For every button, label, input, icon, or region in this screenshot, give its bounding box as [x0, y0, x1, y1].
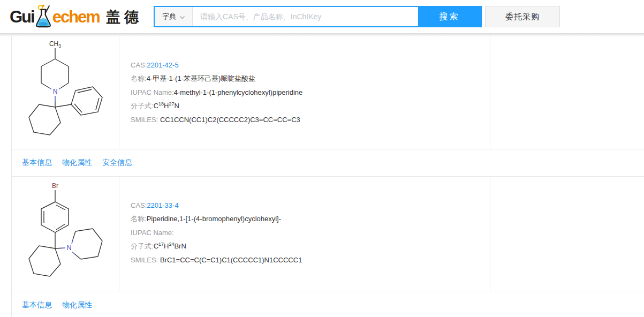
- iupac-line: IUPAC Name:: [131, 226, 490, 239]
- structure-image-link[interactable]: CH3 N: [12, 36, 119, 149]
- iupac-label: IUPAC Name:: [131, 229, 174, 237]
- smiles-value: BrC1=CC=C(C=C1)C1(CCCCC1)N1CCCCC1: [160, 256, 302, 264]
- compound-info: CAS:2201-33-4 名称:Piperidine,1-[1-(4-brom…: [119, 177, 490, 291]
- cas-number-link[interactable]: 2201-42-5: [147, 61, 178, 69]
- search-input[interactable]: [193, 7, 418, 26]
- formula-line: 分子式:C17H24BrN: [131, 239, 490, 253]
- supplier-cell-empty: [490, 36, 644, 149]
- chevron-down-icon: [180, 13, 185, 21]
- smiles-label: SMILES:: [131, 116, 160, 124]
- result-card: Br N CAS:2201-33: [12, 177, 644, 291]
- atom-label-nitrogen: N: [53, 88, 58, 95]
- smiles-label: SMILES:: [131, 256, 160, 264]
- result-tabs: 基本信息 物化属性: [12, 291, 644, 317]
- iupac-value: 4-methyl-1-(1-phenylcyclohexyl)piperidin…: [174, 88, 303, 96]
- cas-line: CAS:2201-33-4: [131, 199, 490, 212]
- result-card: CH3 N CAS:2201-4: [12, 36, 644, 149]
- search-results: CH3 N CAS:2201-4: [11, 36, 644, 317]
- guidechem-logo[interactable]: Gui echem 盖德: [10, 4, 142, 31]
- search-category-select[interactable]: 字典: [155, 7, 193, 26]
- formula-value: C18H27N: [154, 102, 179, 110]
- name-value: Piperidine,1-[1-(4-bromophenyl)cyclohexy…: [147, 215, 281, 223]
- formula-value: C17H24BrN: [154, 242, 186, 250]
- search-button[interactable]: 搜索: [418, 7, 481, 26]
- result-tabs: 基本信息 物化属性 安全信息: [12, 149, 644, 177]
- tab-basic-info[interactable]: 基本信息: [22, 300, 52, 310]
- name-line: 名称:4-甲基-1-(1-苯基环己基)哌啶盐酸盐: [131, 72, 490, 85]
- smiles-value: CC1CCN(CC1)C2(CCCCC2)C3=CC=CC=C3: [160, 116, 300, 124]
- tab-safety-info[interactable]: 安全信息: [102, 158, 132, 168]
- site-header: Gui echem 盖德 字典 搜索 委托采购: [0, 0, 644, 33]
- cas-label: CAS:: [131, 201, 147, 209]
- tab-physchem-properties[interactable]: 物化属性: [62, 300, 92, 310]
- molecule-structure-drawing: CH3 N: [12, 37, 119, 147]
- logo-text-chem: echem: [52, 7, 100, 27]
- procurement-button[interactable]: 委托采购: [485, 6, 560, 27]
- formula-label: 分子式:: [131, 242, 154, 250]
- formula-label: 分子式:: [131, 102, 154, 110]
- structure-image-link[interactable]: Br N: [12, 177, 119, 291]
- cas-label: CAS:: [131, 61, 147, 69]
- logo-text-gui: Gui: [10, 7, 34, 27]
- name-line: 名称:Piperidine,1-[1-(4-bromophenyl)cycloh…: [131, 212, 490, 225]
- cas-number-link[interactable]: 2201-33-4: [147, 201, 178, 209]
- logo-text-chinese: 盖德: [106, 7, 142, 27]
- iupac-line: IUPAC Name:4-methyl-1-(1-phenylcyclohexy…: [131, 86, 490, 99]
- atom-label-bromine: Br: [52, 182, 58, 190]
- tab-physchem-properties[interactable]: 物化属性: [62, 158, 92, 168]
- iupac-label: IUPAC Name:: [131, 88, 174, 96]
- name-value: 4-甲基-1-(1-苯基环己基)哌啶盐酸盐: [147, 74, 256, 82]
- name-label: 名称:: [131, 215, 147, 223]
- compound-info: CAS:2201-42-5 名称:4-甲基-1-(1-苯基环己基)哌啶盐酸盐 I…: [119, 36, 490, 149]
- flask-icon: [35, 4, 52, 31]
- atom-label-methyl: CH3: [49, 40, 61, 49]
- search-bar: 字典 搜索: [154, 6, 482, 27]
- formula-line: 分子式:C18H27N: [131, 99, 490, 112]
- tab-basic-info[interactable]: 基本信息: [22, 158, 52, 168]
- supplier-cell-empty: [490, 177, 644, 291]
- smiles-line: SMILES: CC1CCN(CC1)C2(CCCCC2)C3=CC=CC=C3: [131, 113, 490, 126]
- smiles-line: SMILES: BrC1=CC=C(C=C1)C1(CCCCC1)N1CCCCC…: [131, 253, 490, 267]
- search-category-label: 字典: [162, 12, 176, 21]
- name-label: 名称:: [131, 74, 147, 82]
- atom-label-nitrogen: N: [67, 244, 72, 252]
- cas-line: CAS:2201-42-5: [131, 58, 490, 72]
- molecule-structure-drawing: Br N: [12, 178, 119, 290]
